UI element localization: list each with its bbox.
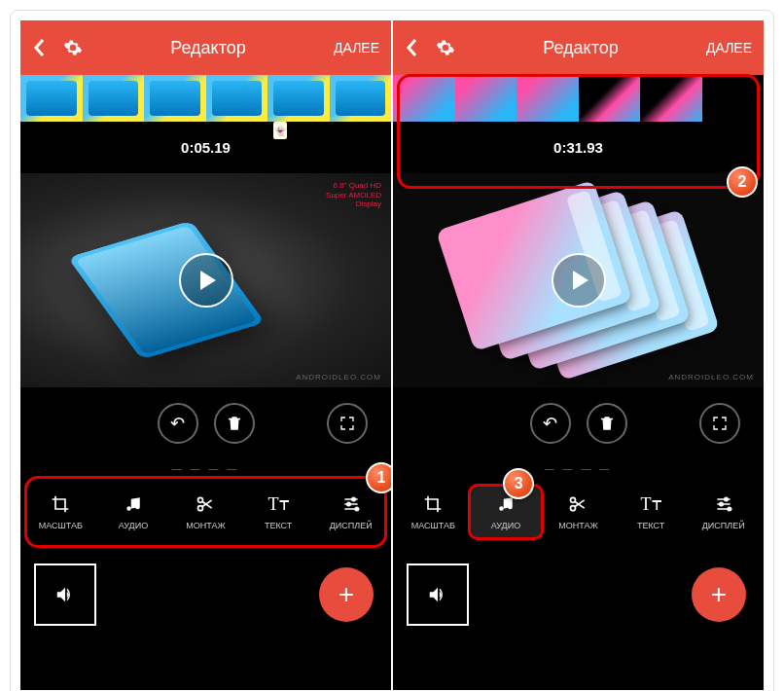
trash-icon [598,415,616,432]
next-button[interactable]: ДАЛЕЕ [334,40,379,55]
tool-montage[interactable]: МОНТАЖ [169,486,242,538]
brand-text: ANDROIDLEO.COM [668,373,754,382]
thumbnail[interactable] [455,75,517,122]
add-button[interactable]: + [319,567,374,622]
tool-label: ДИСПЛЕЙ [330,521,373,530]
tool-label: МАСШТАБ [411,521,455,530]
gear-icon[interactable] [63,38,83,57]
fullscreen-button[interactable] [327,403,368,444]
svg-point-0 [198,497,203,502]
tool-label: АУДИО [491,521,521,530]
play-button[interactable] [179,253,233,308]
svg-point-6 [571,506,576,511]
sound-icon [54,584,76,605]
bottom-row: + [393,546,764,643]
thumbnail[interactable] [393,75,455,122]
svg-point-2 [352,497,355,500]
toolbar: МАСШТАБ АУДИО МОНТАЖ Tᴛ ТЕКСТ ДИСПЛЕЙ 1 [20,478,391,546]
annotation-badge-3: 3 [503,468,534,499]
tool-label: МАСШТАБ [39,521,83,530]
crop-icon [423,493,443,515]
svg-point-3 [347,502,350,505]
tool-label: ТЕКСТ [265,521,292,530]
undo-icon: ↶ [543,413,557,434]
page-title: Редактор [455,38,706,58]
divider: — — — — [20,459,391,478]
fullscreen-button[interactable] [699,403,740,444]
undo-button[interactable]: ↶ [530,403,571,444]
annotation-badge-2: 2 [727,166,758,198]
cut-icon [568,493,588,515]
tool-display[interactable]: ДИСПЛЕЙ [687,486,760,538]
timeline-thumbnails[interactable] [20,75,391,122]
svg-point-9 [728,507,731,510]
back-button[interactable] [405,38,418,57]
svg-point-5 [571,497,576,502]
divider: — — — — [393,459,764,478]
thumbnail[interactable] [517,75,579,122]
undo-icon: ↶ [170,413,185,434]
tool-label: МОНТАЖ [558,521,598,530]
add-button[interactable]: + [692,567,746,622]
tool-display[interactable]: ДИСПЛЕЙ [314,486,387,538]
thumbnail[interactable] [144,75,206,122]
thumbnail[interactable] [702,75,765,122]
toolbar: МАСШТАБ 3 АУДИО МОНТАЖ Tᴛ ТЕКСТ ДИСПЛЕЙ [393,478,764,546]
watermark-text: 6.8" Quad HD Super AMOLED Display [326,181,381,209]
sliders-icon [341,493,361,515]
screenshot-right: Редактор ДАЛЕЕ 0:31.93 2 ANDROIDLEO.COM [393,20,764,690]
page-title: Редактор [83,38,334,58]
tool-audio[interactable]: АУДИО [97,486,170,538]
tool-label: ТЕКСТ [637,521,664,530]
thumbnail[interactable] [267,75,330,122]
sound-icon [427,584,448,605]
thumbnail[interactable] [20,75,83,122]
fullscreen-icon [339,416,355,431]
tool-text[interactable]: Tᴛ ТЕКСТ [615,486,688,538]
preview-content [68,221,266,360]
tool-montage[interactable]: МОНТАЖ [542,486,615,538]
timestamp: 0:31.93 [393,122,764,173]
undo-button[interactable]: ↶ [158,403,198,444]
sound-tile[interactable] [407,564,469,626]
annotation-badge-1: 1 [366,462,391,493]
plus-icon: + [711,579,727,610]
svg-point-8 [720,502,723,505]
video-preview[interactable]: ANDROIDLEO.COM [393,173,764,387]
fullscreen-icon [712,416,728,431]
svg-point-1 [198,506,203,511]
delete-button[interactable] [587,403,627,444]
tool-text[interactable]: Tᴛ ТЕКСТ [242,486,315,538]
thumbnail[interactable] [330,75,392,122]
thumbnail[interactable] [206,75,268,122]
timeline-thumbnails[interactable] [393,75,764,122]
svg-point-7 [725,497,728,500]
tool-audio[interactable]: 3 АУДИО [470,486,543,538]
tool-label: ДИСПЛЕЙ [702,521,745,530]
timestamp: 0:05.19 [20,122,391,173]
tool-scale[interactable]: МАСШТАБ [24,486,97,538]
tool-label: АУДИО [119,521,149,530]
back-button[interactable] [32,38,46,57]
text-icon: Tᴛ [268,493,289,515]
thumbnail[interactable] [640,75,702,122]
play-button[interactable] [552,253,606,308]
delete-button[interactable] [214,403,255,444]
svg-point-4 [355,507,358,510]
thumbnail[interactable] [579,75,641,122]
trash-icon [226,415,243,432]
music-icon [125,493,142,515]
sliders-icon [714,493,733,515]
plus-icon: + [339,579,354,610]
tool-scale[interactable]: МАСШТАБ [397,486,470,538]
bottom-row: + [20,546,391,643]
crop-icon [51,493,70,515]
brand-text: ANDROIDLEO.COM [296,373,381,382]
sound-tile[interactable] [34,564,96,626]
thumbnail[interactable] [83,75,145,122]
screenshot-left: Редактор ДАЛЕЕ 👻 0:05.19 6.8" Quad HD Su… [20,20,391,690]
action-row: ↶ [20,387,391,459]
next-button[interactable]: ДАЛЕЕ [706,40,752,55]
video-preview[interactable]: 6.8" Quad HD Super AMOLED Display ANDROI… [20,173,391,387]
gear-icon[interactable] [436,38,455,57]
